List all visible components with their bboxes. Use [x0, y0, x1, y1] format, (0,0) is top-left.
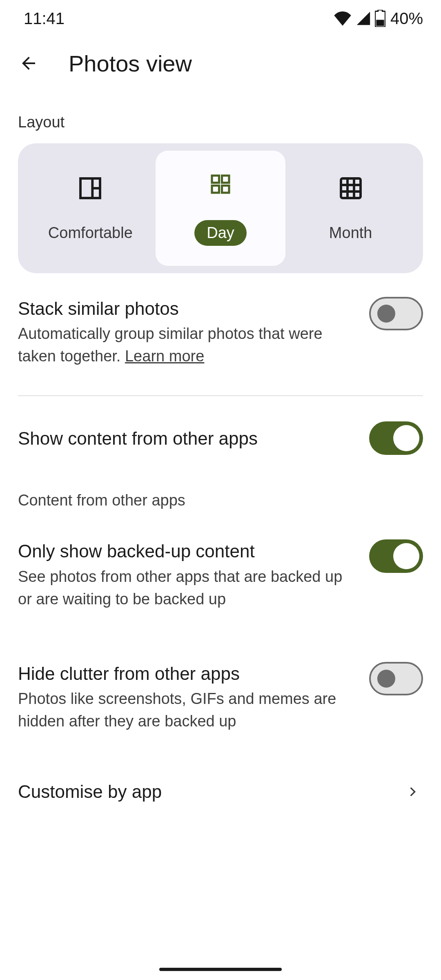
layout-option-label: Day [194, 220, 247, 246]
setting-title: Only show backed-up content [18, 539, 353, 563]
layout-option-day[interactable]: Day [156, 151, 286, 266]
status-time: 11:41 [24, 9, 65, 28]
layout-option-month[interactable]: Month [285, 151, 416, 266]
setting-subtitle: See photos from other apps that are back… [18, 566, 353, 610]
toggle-stack-similar[interactable] [369, 297, 423, 330]
setting-subtitle: Photos like screenshots, GIFs and memes … [18, 688, 353, 733]
chevron-right-icon [403, 782, 423, 802]
layout-selector: Comfortable Day [18, 143, 423, 273]
setting-title: Stack similar photos [18, 297, 353, 320]
status-battery-text: 40% [390, 9, 423, 28]
setting-title: Customise by app [18, 780, 387, 803]
svg-rect-0 [376, 20, 384, 26]
setting-show-other-apps[interactable]: Show content from other apps [18, 396, 423, 483]
toggle-hide-clutter[interactable] [369, 662, 423, 695]
layout-section-label: Layout [18, 90, 423, 143]
month-layout-icon [338, 175, 364, 201]
toggle-show-other-apps[interactable] [369, 421, 423, 455]
status-right: 40% [333, 9, 423, 28]
wifi-icon [333, 11, 352, 26]
app-bar: Photos view [0, 37, 441, 90]
toggle-only-backed-up[interactable] [369, 539, 423, 573]
layout-option-label: Month [329, 224, 372, 242]
svg-rect-8 [341, 178, 361, 198]
setting-subtitle: Automatically group similar photos that … [18, 323, 353, 368]
svg-rect-7 [222, 185, 229, 193]
comfortable-layout-icon [77, 175, 103, 201]
battery-icon [375, 10, 385, 27]
setting-only-backed-up[interactable]: Only show backed-up content See photos f… [18, 516, 423, 638]
setting-title: Show content from other apps [18, 427, 353, 450]
layout-option-label: Comfortable [48, 224, 133, 242]
home-indicator[interactable] [159, 968, 282, 971]
layout-option-comfortable[interactable]: Comfortable [25, 151, 156, 266]
arrow-left-icon [19, 53, 38, 73]
svg-rect-6 [212, 185, 219, 193]
customise-by-app[interactable]: Customise by app [18, 760, 423, 823]
content-other-apps-label: Content from other apps [18, 483, 423, 516]
back-button[interactable] [12, 47, 45, 80]
cellular-icon [355, 11, 372, 26]
setting-title: Hide clutter from other apps [18, 662, 353, 685]
setting-hide-clutter[interactable]: Hide clutter from other apps Photos like… [18, 638, 423, 760]
svg-rect-4 [212, 176, 219, 183]
svg-rect-5 [222, 176, 229, 183]
day-layout-icon [209, 173, 232, 196]
page-title: Photos view [69, 50, 192, 77]
setting-stack-similar[interactable]: Stack similar photos Automatically group… [18, 273, 423, 395]
status-bar: 11:41 40% [0, 0, 441, 37]
learn-more-link[interactable]: Learn more [125, 347, 204, 365]
